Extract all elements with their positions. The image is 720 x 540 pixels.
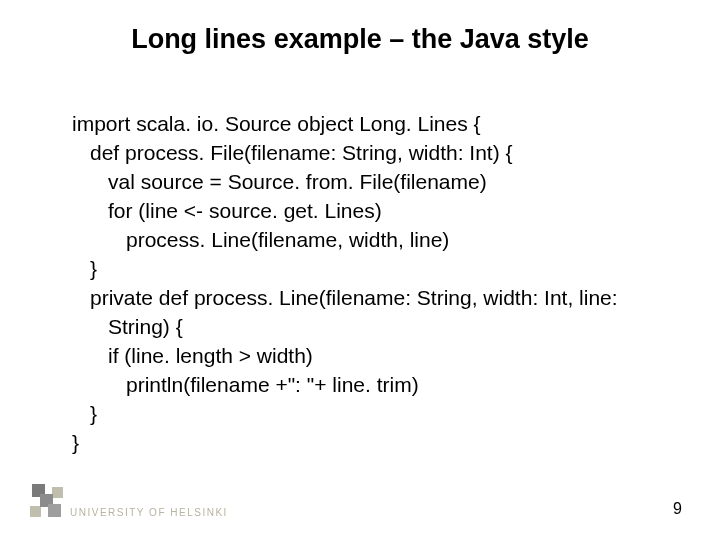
code-line: } [72, 400, 670, 429]
code-line: if (line. length > width) [72, 342, 670, 371]
code-line: import scala. io. Source object Long. Li… [72, 110, 670, 139]
code-block: import scala. io. Source object Long. Li… [72, 110, 670, 458]
code-line: String) { [72, 313, 670, 342]
code-line: private def process. Line(filename: Stri… [72, 284, 670, 313]
code-line: println(filename +": "+ line. trim) [72, 371, 670, 400]
code-line: val source = Source. from. File(filename… [72, 168, 670, 197]
university-logo-icon [28, 484, 66, 522]
code-line: for (line <- source. get. Lines) [72, 197, 670, 226]
code-line: def process. File(filename: String, widt… [72, 139, 670, 168]
page-number: 9 [673, 500, 682, 518]
slide-title: Long lines example – the Java style [0, 24, 720, 55]
code-line: } [72, 429, 670, 458]
slide: Long lines example – the Java style impo… [0, 0, 720, 540]
footer-university: UNIVERSITY OF HELSINKI [70, 507, 228, 518]
code-line: } [72, 255, 670, 284]
code-line: process. Line(filename, width, line) [72, 226, 670, 255]
